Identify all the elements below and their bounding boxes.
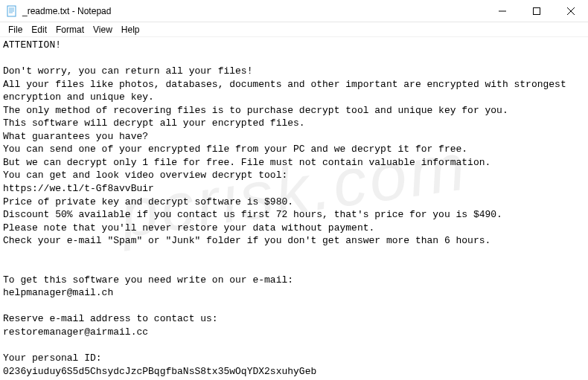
menu-edit[interactable]: Edit — [28, 24, 51, 36]
close-button[interactable] — [554, 0, 588, 22]
menubar: File Edit Format View Help — [0, 22, 588, 37]
menu-file[interactable]: File — [4, 24, 26, 36]
titlebar: _readme.txt - Notepad — [0, 0, 588, 22]
menu-help[interactable]: Help — [118, 24, 144, 36]
titlebar-left: _readme.txt - Notepad — [0, 5, 111, 17]
maximize-button[interactable] — [520, 0, 554, 22]
minimize-button[interactable] — [485, 0, 520, 22]
menu-view[interactable]: View — [89, 24, 116, 36]
svg-rect-6 — [534, 7, 540, 14]
notepad-icon — [6, 5, 18, 17]
text-editor[interactable]: ATTENTION! Don't worry, you can return a… — [0, 37, 588, 380]
window-controls — [485, 0, 588, 22]
menu-format[interactable]: Format — [52, 24, 88, 36]
window-title: _readme.txt - Notepad — [22, 6, 111, 16]
